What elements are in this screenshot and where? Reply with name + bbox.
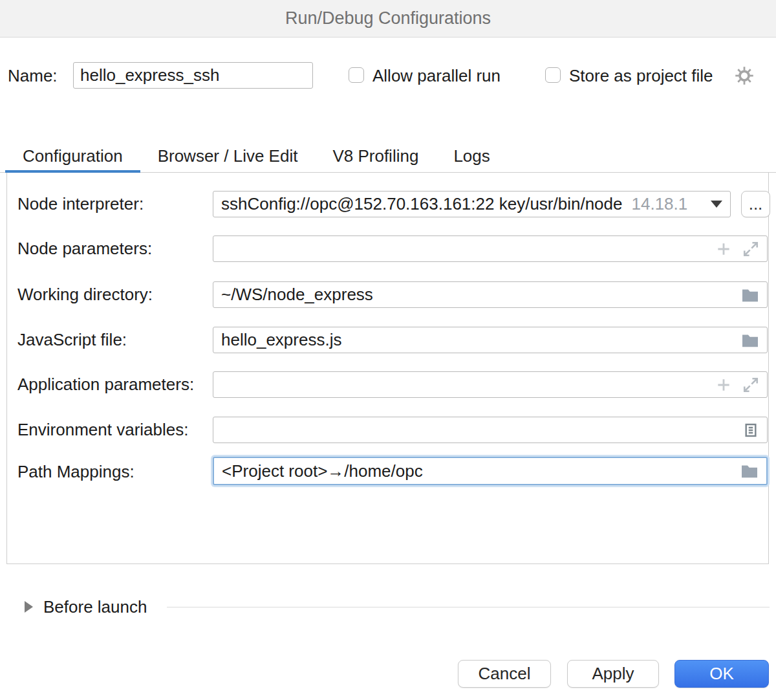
environment-variables-input[interactable] (213, 417, 768, 443)
tab-configuration[interactable]: Configuration (5, 140, 140, 172)
tab-browser-live-edit[interactable]: Browser / Live Edit (140, 140, 316, 172)
node-interpreter-combobox[interactable]: sshConfig://opc@152.70.163.161:22 key/us… (213, 191, 731, 217)
node-parameters-label: Node parameters: (17, 239, 152, 259)
cancel-button[interactable]: Cancel (458, 660, 551, 688)
ok-button[interactable]: OK (674, 660, 769, 688)
browse-variables-icon[interactable] (742, 422, 759, 439)
tab-logs[interactable]: Logs (436, 140, 507, 172)
application-parameters-input[interactable] (213, 371, 768, 398)
node-interpreter-version: 14.18.1 (631, 194, 687, 214)
run-debug-configurations-dialog: Run/Debug Configurations Name: Allow par… (0, 0, 776, 700)
before-launch-separator (167, 607, 770, 607)
ok-button-label: OK (709, 664, 734, 684)
disclosure-triangle-icon[interactable] (25, 601, 33, 613)
folder-icon[interactable] (741, 287, 759, 303)
tab-bar: Configuration Browser / Live Edit V8 Pro… (0, 140, 776, 173)
configuration-tab-panel: Node interpreter: sshConfig://opc@152.70… (6, 173, 769, 564)
name-label: Name: (8, 66, 58, 86)
folder-icon[interactable] (741, 333, 759, 348)
tab-browser-live-edit-label: Browser / Live Edit (158, 146, 298, 166)
tab-v8-profiling[interactable]: V8 Profiling (315, 140, 436, 172)
javascript-file-value: hello_express.js (221, 330, 341, 350)
node-interpreter-value: sshConfig://opc@152.70.163.161:22 key/us… (221, 194, 622, 214)
browse-ellipsis-label: ... (749, 194, 763, 214)
javascript-file-label: JavaScript file: (17, 330, 127, 350)
plus-icon[interactable] (715, 377, 732, 393)
tab-configuration-label: Configuration (23, 146, 123, 166)
cancel-button-label: Cancel (479, 664, 531, 684)
expand-icon[interactable] (742, 241, 759, 257)
tab-v8-profiling-label: V8 Profiling (332, 146, 418, 166)
node-interpreter-label: Node interpreter: (17, 194, 144, 214)
dialog-title: Run/Debug Configurations (285, 8, 491, 28)
store-as-project-file-label: Store as project file (569, 66, 713, 86)
environment-variables-label: Environment variables: (17, 420, 188, 440)
tab-logs-label: Logs (453, 146, 490, 166)
javascript-file-input[interactable]: hello_express.js (213, 327, 768, 353)
store-as-project-file-checkbox[interactable] (545, 67, 561, 83)
apply-button-label: Apply (592, 664, 634, 684)
working-directory-label: Working directory: (17, 285, 153, 305)
apply-button[interactable]: Apply (567, 660, 659, 688)
working-directory-value: ~/WS/node_express (221, 285, 373, 305)
working-directory-input[interactable]: ~/WS/node_express (213, 281, 768, 308)
expand-icon[interactable] (742, 377, 759, 393)
configuration-name-input[interactable] (73, 62, 313, 89)
dialog-titlebar: Run/Debug Configurations (0, 0, 776, 38)
path-mappings-input[interactable]: <Project root>→/home/opc (213, 457, 768, 485)
path-mappings-label: Path Mappings: (17, 462, 135, 482)
node-interpreter-browse-button[interactable]: ... (741, 191, 770, 217)
before-launch-label[interactable]: Before launch (43, 597, 147, 617)
allow-parallel-run-checkbox[interactable] (349, 67, 364, 83)
folder-icon[interactable] (740, 463, 759, 479)
chevron-down-icon[interactable] (711, 201, 722, 208)
gear-icon[interactable] (735, 66, 754, 85)
node-parameters-input[interactable] (213, 235, 768, 262)
plus-icon[interactable] (715, 241, 732, 257)
allow-parallel-run-label: Allow parallel run (372, 66, 501, 86)
path-mappings-value: <Project root>→/home/opc (222, 461, 423, 481)
application-parameters-label: Application parameters: (17, 375, 194, 395)
